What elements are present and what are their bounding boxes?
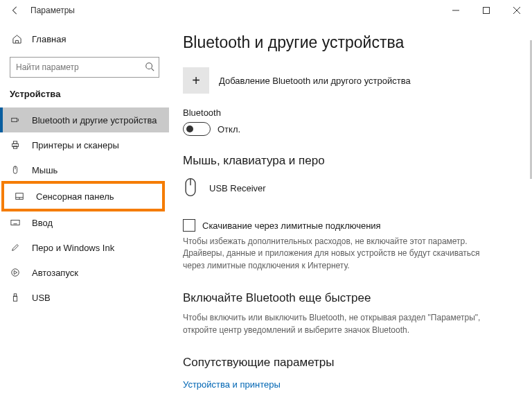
sidebar-section-title: Устройства (0, 85, 169, 107)
arrow-left-icon (10, 6, 20, 15)
sidebar: Главная Устройства Bluetooth и другие ус… (0, 21, 169, 398)
svg-rect-16 (11, 220, 19, 225)
touchpad-icon (14, 191, 25, 201)
mouse-device-icon (183, 178, 200, 198)
minimize-button[interactable] (441, 0, 471, 21)
svg-line-5 (152, 68, 154, 71)
svg-rect-23 (13, 296, 17, 301)
sidebar-item-label: Ввод (32, 218, 53, 228)
mouse-section-title: Мышь, клавиатура и перо (183, 154, 518, 168)
svg-point-21 (12, 269, 19, 277)
metered-download-checkbox[interactable]: Скачивание через лимитные подключения (183, 219, 518, 232)
sidebar-item-printers[interactable]: Принтеры и сканеры (0, 132, 169, 157)
svg-rect-22 (14, 294, 17, 297)
keyboard-icon (10, 218, 21, 227)
back-button[interactable] (6, 1, 25, 20)
maximize-icon (483, 7, 490, 14)
faster-section-title: Включайте Bluetooth еще быстрее (183, 291, 518, 305)
sidebar-item-touchpad[interactable]: Сенсорная панель (4, 184, 162, 209)
sidebar-item-label: Мышь (32, 165, 57, 175)
search-input-container[interactable] (10, 57, 159, 78)
minimize-icon (452, 7, 459, 14)
autoplay-icon (10, 268, 21, 277)
content-area: Bluetooth и другие устройства + Добавлен… (169, 21, 532, 398)
sidebar-item-usb[interactable]: USB (0, 285, 169, 310)
usb-icon (10, 293, 21, 302)
sidebar-item-label: Автозапуск (32, 268, 78, 278)
metered-hint-text: Чтобы избежать дополнительных расходов, … (183, 236, 481, 272)
toggle-knob (186, 126, 193, 132)
sidebar-item-mouse[interactable]: Мышь (0, 157, 169, 182)
devices-and-printers-link[interactable]: Устройства и принтеры (183, 379, 281, 390)
sidebar-home-label: Главная (32, 34, 66, 44)
bluetooth-toggle-state: Откл. (218, 124, 240, 135)
pen-icon (10, 243, 21, 252)
bluetooth-icon (10, 115, 21, 125)
sidebar-item-label: Сенсорная панель (36, 191, 114, 202)
sidebar-item-autoplay[interactable]: Автозапуск (0, 260, 169, 285)
close-button[interactable] (502, 0, 532, 21)
device-item[interactable]: USB Receiver (183, 175, 518, 219)
checkbox-icon (183, 219, 195, 232)
svg-point-4 (146, 62, 152, 69)
sidebar-home[interactable]: Главная (0, 26, 169, 51)
sidebar-item-label: USB (32, 293, 51, 303)
sidebar-item-label: Принтеры и сканеры (32, 140, 119, 150)
sidebar-item-label: Bluetooth и другие устройства (32, 115, 157, 126)
highlight-annotation: Сенсорная панель (1, 181, 165, 211)
window-title: Параметры (30, 6, 75, 15)
svg-rect-6 (12, 118, 17, 121)
sidebar-item-bluetooth[interactable]: Bluetooth и другие устройства (0, 107, 169, 132)
close-icon (513, 7, 520, 14)
device-name: USB Receiver (209, 183, 266, 193)
svg-rect-1 (484, 8, 490, 14)
bluetooth-label: Bluetooth (183, 107, 518, 118)
sidebar-item-typing[interactable]: Ввод (0, 210, 169, 235)
faster-hint-text: Чтобы включить или выключить Bluetooth, … (183, 312, 481, 336)
printer-icon (10, 140, 21, 150)
sidebar-item-pen[interactable]: Перо и Windows Ink (0, 235, 169, 260)
maximize-button[interactable] (471, 0, 502, 21)
plus-icon: + (183, 67, 209, 94)
bluetooth-toggle[interactable] (183, 122, 211, 136)
add-device-label: Добавление Bluetooth или другого устройс… (219, 76, 411, 86)
sidebar-item-label: Перо и Windows Ink (32, 243, 114, 253)
home-icon (11, 34, 22, 44)
search-icon (145, 62, 154, 73)
svg-rect-9 (13, 141, 17, 144)
page-title: Bluetooth и другие устройства (183, 33, 518, 52)
add-device-button[interactable]: + Добавление Bluetooth или другого устро… (183, 67, 518, 94)
metered-checkbox-label: Скачивание через лимитные подключения (202, 220, 381, 231)
mouse-icon (10, 165, 21, 175)
titlebar: Параметры (0, 0, 532, 21)
search-input[interactable] (16, 62, 145, 72)
related-section-title: Сопутствующие параметры (183, 356, 518, 370)
